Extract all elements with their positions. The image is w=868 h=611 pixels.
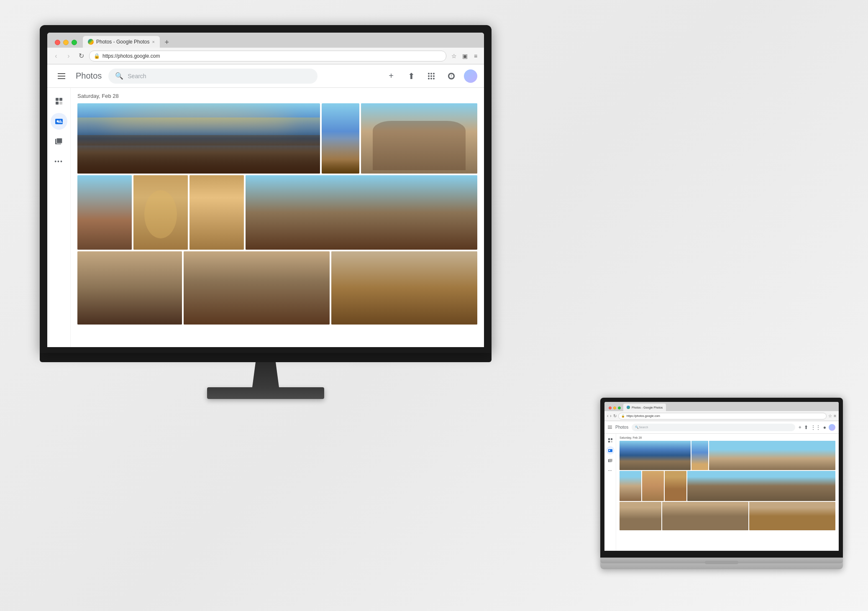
laptop-bezel: Photos - Google Photos ‹ › ↻ 🔒 https://p… bbox=[600, 398, 843, 557]
laptop-close-button[interactable] bbox=[609, 406, 612, 409]
sidebar-item-more[interactable]: ••• bbox=[51, 153, 67, 170]
monitor-display: Photos - Google Photos × + ‹ › ↻ 🔒 https… bbox=[40, 25, 492, 399]
laptop-menu-icon[interactable]: ≡ bbox=[834, 414, 836, 418]
bookmark-star-icon[interactable]: ☆ bbox=[450, 52, 458, 60]
svg-point-2 bbox=[433, 73, 435, 74]
laptop-portrait-photo[interactable] bbox=[620, 471, 641, 501]
search-bar[interactable]: 🔍 Search bbox=[108, 69, 317, 84]
laptop-photos-app: Photos 🔍 Search + ⬆ ⋮⋮ ● bbox=[604, 421, 839, 551]
laptop-add-button[interactable]: + bbox=[799, 424, 801, 430]
topbar-action-buttons: + ⬆ bbox=[384, 69, 477, 84]
laptop-apps-button[interactable]: ⋮⋮ bbox=[811, 424, 821, 430]
svg-rect-29 bbox=[609, 459, 612, 462]
svg-point-3 bbox=[428, 75, 430, 77]
svg-point-0 bbox=[428, 73, 430, 74]
laptop-performer-photo[interactable] bbox=[662, 502, 748, 530]
monitor-bezel: Photos - Google Photos × + ‹ › ↻ 🔒 https… bbox=[40, 25, 492, 353]
laptop-sidebar-assistant[interactable] bbox=[606, 436, 615, 445]
new-tab-button[interactable]: + bbox=[161, 37, 172, 48]
laptop-lock-icon: 🔒 bbox=[621, 414, 625, 418]
search-placeholder-text: Search bbox=[128, 73, 146, 79]
cast-icon[interactable]: ▣ bbox=[461, 52, 469, 60]
laptop-dog-photo[interactable] bbox=[642, 471, 664, 501]
secure-lock-icon: 🔒 bbox=[94, 53, 100, 59]
laptop-user-avatar[interactable] bbox=[829, 424, 835, 431]
svg-point-5 bbox=[433, 75, 435, 77]
laptop-address-input[interactable]: 🔒 https://photos.google.com bbox=[618, 413, 827, 419]
laptop-wrap-photo[interactable] bbox=[665, 471, 686, 501]
group-people-photo[interactable] bbox=[361, 103, 477, 174]
laptop-upload-button[interactable]: ⬆ bbox=[804, 424, 808, 430]
laptop-refresh-button[interactable]: ↻ bbox=[613, 414, 617, 418]
refresh-button[interactable]: ↻ bbox=[77, 51, 86, 61]
laptop-back-button[interactable]: ‹ bbox=[607, 414, 608, 418]
svg-point-6 bbox=[428, 78, 430, 79]
laptop-forward-button[interactable]: › bbox=[610, 414, 611, 418]
laptop-search-bar[interactable]: 🔍 Search bbox=[632, 424, 795, 431]
laptop-menu-button[interactable] bbox=[608, 426, 612, 429]
back-button[interactable]: ‹ bbox=[51, 51, 61, 61]
laptop-tab-title: Photos - Google Photos bbox=[632, 406, 663, 409]
laptop-sidebar-more[interactable]: ••• bbox=[606, 466, 615, 475]
laptop-photo-row-2 bbox=[620, 471, 835, 501]
laptop-people-photo[interactable] bbox=[709, 441, 835, 470]
notifications-button[interactable]: ! bbox=[444, 69, 459, 84]
photos-app: Photos 🔍 Search + ⬆ bbox=[47, 64, 484, 347]
laptop-minimize-button[interactable] bbox=[613, 406, 616, 409]
laptop-photo-row-3 bbox=[620, 502, 835, 530]
laptop-small-photo[interactable] bbox=[691, 441, 708, 470]
laptop-sitting-photo[interactable] bbox=[687, 471, 835, 501]
laptop-active-tab[interactable]: Photos - Google Photos bbox=[623, 404, 666, 411]
maximize-window-button[interactable] bbox=[72, 40, 77, 45]
performer-photo[interactable] bbox=[184, 251, 330, 325]
portrait-woman-photo[interactable] bbox=[77, 175, 132, 250]
google-apps-button[interactable] bbox=[424, 69, 439, 84]
upload-button[interactable]: ⬆ bbox=[404, 69, 419, 84]
laptop-action-photo[interactable] bbox=[749, 502, 835, 530]
laptop-address-bar: ‹ › ↻ 🔒 https://photos.google.com ☆ ≡ bbox=[604, 411, 839, 421]
svg-rect-13 bbox=[59, 98, 62, 101]
small-landscape-photo[interactable] bbox=[322, 103, 359, 174]
sidebar-item-assistant[interactable] bbox=[51, 93, 67, 110]
laptop-panorama-photo[interactable] bbox=[620, 441, 691, 470]
monitor-browser-chrome: Photos - Google Photos × + ‹ › ↻ 🔒 https… bbox=[47, 33, 484, 347]
laptop-screen-bottom-bar bbox=[604, 551, 839, 555]
active-tab[interactable]: Photos - Google Photos × bbox=[83, 36, 160, 48]
laptop-sidebar-albums[interactable] bbox=[606, 456, 615, 465]
laptop-landscape-photo[interactable] bbox=[620, 502, 661, 530]
laptop-url-text: https://photos.google.com bbox=[627, 414, 660, 417]
sidebar-item-albums[interactable] bbox=[51, 133, 67, 150]
monitor-stand-base bbox=[207, 387, 324, 399]
add-button[interactable]: + bbox=[384, 69, 399, 84]
laptop-traffic-lights bbox=[607, 406, 623, 411]
close-window-button[interactable] bbox=[55, 40, 60, 45]
laptop-search-icon: 🔍 bbox=[635, 426, 639, 429]
user-avatar[interactable] bbox=[464, 69, 477, 83]
laptop-star-icon[interactable]: ☆ bbox=[828, 414, 832, 418]
laptop-sidebar-photos[interactable] bbox=[606, 446, 615, 455]
laptop-hamburger-line-3 bbox=[608, 428, 612, 429]
monitor-bottom-bar bbox=[40, 353, 492, 362]
minimize-window-button[interactable] bbox=[63, 40, 69, 45]
laptop-maximize-button[interactable] bbox=[618, 406, 621, 409]
forward-button[interactable]: › bbox=[64, 51, 73, 61]
more-dots-icon: ••• bbox=[54, 158, 63, 165]
dog-photo[interactable] bbox=[133, 175, 188, 250]
monitor-stand-neck bbox=[249, 362, 282, 387]
sidebar-item-photos[interactable] bbox=[51, 113, 67, 130]
panorama-landscape-photo[interactable] bbox=[77, 103, 320, 174]
sitting-woman-photo[interactable] bbox=[246, 175, 477, 250]
laptop-notifications-button[interactable]: ● bbox=[823, 424, 826, 430]
chrome-menu-icon[interactable]: ≡ bbox=[471, 52, 480, 60]
woman-wrapped-photo[interactable] bbox=[189, 175, 244, 250]
menu-hamburger-button[interactable] bbox=[54, 69, 69, 84]
tab-close-button[interactable]: × bbox=[152, 39, 154, 44]
action-photo[interactable] bbox=[331, 251, 477, 325]
chrome-tab-bar: Photos - Google Photos × + bbox=[47, 33, 484, 48]
laptop-hamburger-line-1 bbox=[608, 426, 612, 426]
address-bar-input[interactable]: 🔒 https://photos.google.com bbox=[89, 51, 446, 61]
hamburger-line-3 bbox=[58, 78, 65, 79]
photos-topbar: Photos 🔍 Search + ⬆ bbox=[47, 64, 484, 88]
landscape-hills-photo[interactable] bbox=[77, 251, 182, 325]
svg-rect-14 bbox=[56, 102, 59, 105]
